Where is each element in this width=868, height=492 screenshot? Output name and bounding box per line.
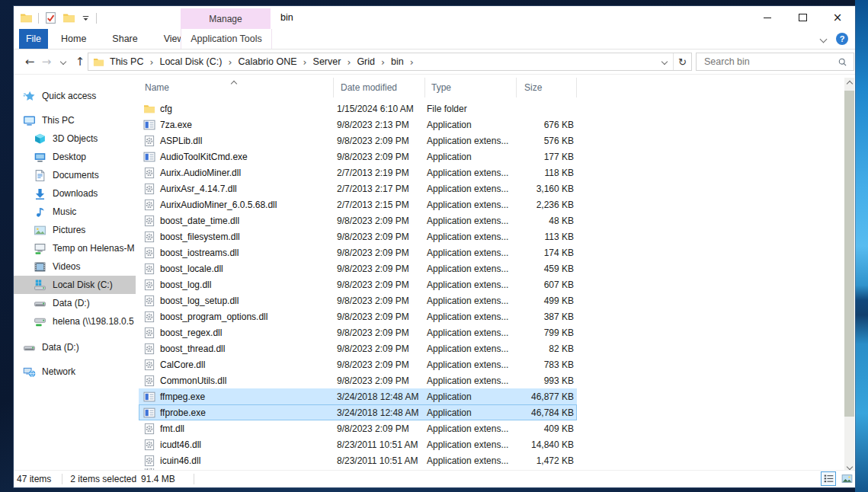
file-row-ffmpeg-exe[interactable]: ffmpeg.exe 3/24/2018 12:48 AM Applicatio… <box>139 388 577 404</box>
forward-button[interactable]: → <box>38 52 55 72</box>
properties-icon[interactable] <box>44 11 57 24</box>
sidebar-item-music[interactable]: Music <box>14 203 136 221</box>
file-icon <box>143 439 155 451</box>
file-row-boost-regex-dll[interactable]: boost_regex.dll 9/8/2023 2:09 PM Applica… <box>139 324 577 340</box>
thumbnails-view-button[interactable] <box>839 471 854 486</box>
search-box[interactable] <box>696 53 854 71</box>
file-row-7za-exe[interactable]: 7za.exe 9/8/2023 2:13 PM Application 676… <box>139 117 577 133</box>
address-box[interactable]: This PC›Local Disk (C:)›Calabrio ONE›Ser… <box>88 53 692 71</box>
sidebar-item-downloads[interactable]: Downloads <box>14 184 136 203</box>
file-icon <box>143 375 155 387</box>
tab-home[interactable]: Home <box>48 29 99 49</box>
breadcrumb-separator-icon[interactable]: › <box>405 56 418 68</box>
file-row-icudt46-dll[interactable]: icudt46.dll 8/23/2011 10:51 AM Applicati… <box>139 436 577 452</box>
file-row-boost-date-time-dll[interactable]: boost_date_time.dll 9/8/2023 2:09 PM App… <box>139 212 577 228</box>
sidebar-item-quick-access[interactable]: Quick access <box>14 87 136 105</box>
contextual-group-manage[interactable]: Manage <box>181 8 271 29</box>
file-date-modified: 9/8/2023 2:09 PM <box>334 343 425 354</box>
file-name-cell: AudioToolKitCmd.exe <box>139 149 334 165</box>
breadcrumb-separator-icon[interactable]: › <box>145 56 158 68</box>
file-row-boost-filesystem-dll[interactable]: boost_filesystem.dll 9/8/2023 2:09 PM Ap… <box>139 228 577 244</box>
sidebar-item-icon <box>34 206 46 219</box>
file-row-boost-locale-dll[interactable]: boost_locale.dll 9/8/2023 2:09 PM Applic… <box>139 260 577 276</box>
column-header-size[interactable]: Size <box>517 78 577 97</box>
tab-application-tools[interactable]: Application Tools <box>181 29 272 49</box>
breadcrumb-item[interactable]: Local Disk (C:) <box>158 56 223 67</box>
scrollbar-thumb[interactable] <box>844 91 854 417</box>
file-row-boost-log-dll[interactable]: boost_log.dll 9/8/2023 2:09 PM Applicati… <box>139 276 577 292</box>
recent-locations-icon[interactable] <box>55 52 72 72</box>
address-dropdown-icon[interactable] <box>655 53 673 70</box>
file-row-boost-iostreams-dll[interactable]: boost_iostreams.dll 9/8/2023 2:09 PM App… <box>139 244 577 260</box>
file-name: fmt.dll <box>160 423 184 434</box>
scroll-up-icon[interactable] <box>844 78 854 89</box>
sidebar-item-data-d[interactable]: Data (D:) <box>14 294 136 312</box>
customize-quick-access-icon[interactable] <box>81 13 91 23</box>
sidebar-item-videos[interactable]: Videos <box>14 257 136 276</box>
file-icon <box>143 231 155 243</box>
sidebar-item-documents[interactable]: Documents <box>14 166 136 184</box>
sidebar-item-data-d[interactable]: Data (D:) <box>14 338 136 356</box>
file-row-boost-thread-dll[interactable]: boost_thread.dll 9/8/2023 2:09 PM Applic… <box>139 340 577 356</box>
file-row-aurix-audiominer-dll[interactable]: Aurix.AudioMiner.dll 2/7/2013 2:19 PM Ap… <box>139 165 577 181</box>
sidebar-item-desktop[interactable]: Desktop <box>14 148 136 166</box>
breadcrumb-item[interactable]: Calabrio ONE <box>236 56 298 67</box>
sidebar-item-local-disk-c[interactable]: Local Disk (C:) <box>14 276 136 294</box>
breadcrumb-item[interactable]: bin <box>389 56 405 67</box>
breadcrumb-separator-icon[interactable]: › <box>299 56 312 68</box>
file-name: ffmpeg.exe <box>160 391 205 402</box>
scroll-down-icon[interactable] <box>844 461 854 470</box>
sidebar-item-3d-objects[interactable]: 3D Objects <box>14 129 136 148</box>
file-name-cell: boost_date_time.dll <box>139 212 334 228</box>
file-row-cfg[interactable]: cfg 1/15/2024 6:10 AM File folder <box>139 101 577 117</box>
details-view-button[interactable] <box>821 471 836 486</box>
help-icon[interactable]: ? <box>836 33 848 45</box>
file-type: Application extens... <box>425 168 517 178</box>
breadcrumb-separator-icon[interactable]: › <box>223 56 236 68</box>
breadcrumb-item[interactable]: Grid <box>355 56 376 67</box>
file-row-fmt-dll[interactable]: fmt.dll 9/8/2023 2:09 PM Application ext… <box>139 420 577 436</box>
sidebar-item-network[interactable]: Network <box>14 363 136 381</box>
breadcrumb-separator-icon[interactable]: › <box>342 56 355 68</box>
file-row-asplib-dll[interactable]: ASPLib.dll 9/8/2023 2:09 PM Application … <box>139 133 577 149</box>
search-input[interactable] <box>703 56 838 68</box>
minimize-button[interactable] <box>750 6 785 29</box>
up-button[interactable]: ↑ <box>72 52 88 72</box>
file-name: boost_regex.dll <box>160 327 222 338</box>
breadcrumb-item[interactable]: This PC <box>108 56 145 67</box>
file-row-calcore-dll[interactable]: CalCore.dll 9/8/2023 2:09 PM Application… <box>139 356 577 372</box>
sidebar-item-temp-on-helenas-m[interactable]: Temp on Helenas-M <box>14 239 136 257</box>
file-row-audiotoolkitcmd-exe[interactable]: AudioToolKitCmd.exe 9/8/2023 2:09 PM App… <box>139 149 577 165</box>
new-folder-icon[interactable] <box>62 11 75 24</box>
refresh-button[interactable]: ↻ <box>673 53 691 70</box>
file-name-cell: ffprobe.exe <box>139 404 334 420</box>
file-row-boost-log-setup-dll[interactable]: boost_log_setup.dll 9/8/2023 2:09 PM App… <box>139 292 577 308</box>
breadcrumb-separator-icon[interactable]: › <box>376 56 389 68</box>
sidebar-item-helena-198-18-0-5[interactable]: helena (\\198.18.0.5 <box>14 312 136 331</box>
file-row-commonutils-dll[interactable]: CommonUtils.dll 9/8/2023 2:09 PM Applica… <box>139 372 577 388</box>
back-button[interactable]: ← <box>21 52 38 72</box>
file-row-ffprobe-exe[interactable]: ffprobe.exe 3/24/2018 12:48 AM Applicati… <box>139 404 577 420</box>
file-row-icuin46-dll[interactable]: icuin46.dll 8/23/2011 10:51 AM Applicati… <box>139 452 577 468</box>
file-row-aurixaudiominer-6-0-5-68-dll[interactable]: AurixAudioMiner_6.0.5.68.dll 2/7/2013 2:… <box>139 196 577 212</box>
file-row-aurixasr-4-14-7-dll[interactable]: AurixAsr_4.14.7.dll 2/7/2013 2:17 PM App… <box>139 181 577 196</box>
search-icon[interactable] <box>838 57 847 67</box>
column-header-type[interactable]: Type <box>425 78 517 97</box>
breadcrumb-item[interactable]: Server <box>312 56 343 67</box>
maximize-button[interactable] <box>785 6 820 29</box>
title-bar[interactable]: Manage bin × <box>14 6 855 29</box>
vertical-scrollbar[interactable] <box>844 78 854 470</box>
file-row-boost-program-options-dll[interactable]: boost_program_options.dll 9/8/2023 2:09 … <box>139 308 577 324</box>
column-header-name[interactable]: Name <box>139 78 334 97</box>
breadcrumb: This PC›Local Disk (C:)›Calabrio ONE›Ser… <box>108 56 655 68</box>
collapse-ribbon-icon[interactable] <box>820 35 828 43</box>
file-date-modified: 9/8/2023 2:09 PM <box>334 423 425 434</box>
close-button[interactable]: × <box>820 6 855 29</box>
tab-share[interactable]: Share <box>99 29 150 49</box>
sidebar-item-pictures[interactable]: Pictures <box>14 221 136 239</box>
tab-file[interactable]: File <box>19 29 48 49</box>
column-header-date-modified[interactable]: Date modified <box>334 78 425 97</box>
sidebar-item-this-pc[interactable]: This PC <box>14 111 136 129</box>
sort-ascending-icon <box>231 81 237 87</box>
file-type: Application extens... <box>425 359 517 370</box>
